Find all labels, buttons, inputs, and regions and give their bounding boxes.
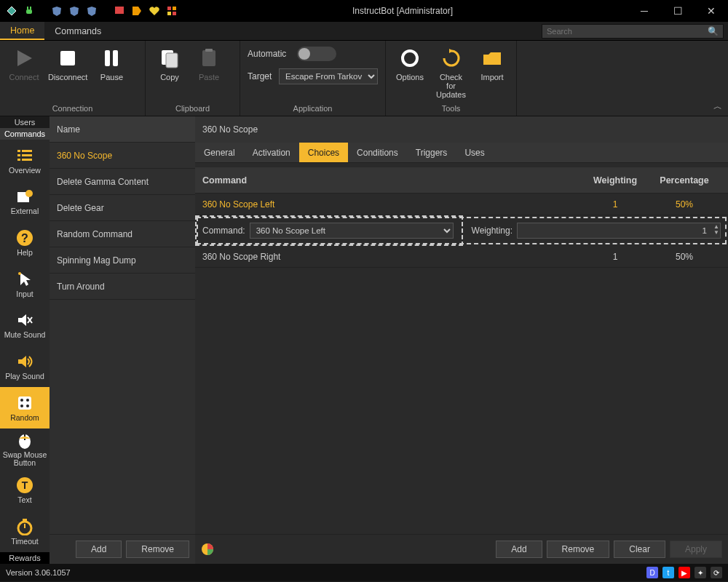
search-box[interactable]: 🔍 <box>542 24 724 39</box>
grid-row[interactable]: 360 No Scope Right 1 50% <box>195 246 728 268</box>
sidebar-category-commands[interactable]: Commands <box>0 128 50 140</box>
command-list-item[interactable]: Spinning Mag Dump <box>50 247 195 274</box>
cell-command: 360 No Scope Left <box>202 199 582 210</box>
svg-point-40 <box>20 404 23 407</box>
automatic-toggle[interactable] <box>297 47 336 61</box>
cmdlist-remove-button[interactable]: Remove <box>126 541 189 558</box>
minimize-button[interactable]: ─ <box>628 0 661 22</box>
cmdlist-add-button[interactable]: Add <box>76 541 122 558</box>
paste-icon <box>197 47 221 70</box>
copy-button[interactable]: Copy <box>150 44 189 84</box>
editor-weight-spinner[interactable]: ▲▼ <box>517 223 721 239</box>
svg-rect-23 <box>17 154 20 156</box>
spacer <box>103 5 108 17</box>
sidebar-item-mutesound[interactable]: Mute Sound <box>0 305 50 346</box>
disconnect-button[interactable]: Disconnect <box>44 44 92 84</box>
command-list-header: Name <box>50 116 195 143</box>
collapse-ribbon-button[interactable]: ︿ <box>713 100 722 113</box>
plug-icon[interactable] <box>23 5 35 17</box>
sidebar-label: External <box>11 207 39 216</box>
sidebar-item-overview[interactable]: Overview <box>0 140 50 181</box>
cell-pct: 50% <box>648 252 721 262</box>
detail-clear-button[interactable]: Clear <box>614 541 665 558</box>
list-icon <box>15 146 34 165</box>
editor-weight-input[interactable] <box>517 223 721 239</box>
pie-chart-icon[interactable] <box>201 543 214 556</box>
ribbon-group-connection: Connect Disconnect Pause Connection <box>0 41 146 116</box>
sidebar-item-help[interactable]: ? Help <box>0 222 50 263</box>
sidebar-item-playsound[interactable]: Play Sound <box>0 346 50 388</box>
heart-icon[interactable] <box>149 5 160 17</box>
detail-tab-triggers[interactable]: Triggers <box>407 143 456 162</box>
connect-button[interactable]: Connect <box>4 44 44 84</box>
command-list-item[interactable]: Delete Gamma Content <box>50 169 195 195</box>
sidebar-label: Help <box>17 249 33 258</box>
menu-tab-home[interactable]: Home <box>0 22 44 40</box>
import-button[interactable]: Import <box>472 44 512 84</box>
command-list-item[interactable]: Delete Gear <box>50 195 195 221</box>
detail-tab-general[interactable]: General <box>195 143 244 162</box>
editor-row: Command: 360 No Scope Left Weighting: ▲▼ <box>197 217 727 244</box>
paste-button[interactable]: Paste <box>189 44 229 84</box>
menu-tab-commands[interactable]: Commands <box>44 22 111 40</box>
discord-icon[interactable]: D <box>646 567 658 578</box>
svg-point-38 <box>20 399 23 402</box>
detail-title: 360 No Scope <box>195 116 728 143</box>
sidebar-category-rewards[interactable]: Rewards <box>0 552 50 564</box>
sidebar-item-timeout[interactable]: Timeout <box>0 511 50 552</box>
svg-rect-15 <box>166 53 178 68</box>
shield-icon[interactable] <box>51 5 63 17</box>
sidebar-item-external[interactable]: External <box>0 181 50 223</box>
svg-rect-22 <box>22 150 32 152</box>
detail-panel: 360 No Scope General Activation Choices … <box>195 116 728 564</box>
detail-apply-button[interactable]: Apply <box>670 541 722 558</box>
detail-remove-button[interactable]: Remove <box>547 541 610 558</box>
sidebar-label: Play Sound <box>5 372 44 381</box>
shield-icon[interactable] <box>68 5 80 17</box>
svg-rect-21 <box>17 150 20 152</box>
twitter-icon[interactable]: t <box>662 567 674 578</box>
svg-marker-36 <box>18 356 26 367</box>
options-button[interactable]: Options <box>390 44 430 84</box>
sidebar-item-input[interactable]: Input <box>0 263 50 305</box>
search-input[interactable] <box>547 27 708 36</box>
flag-icon[interactable] <box>114 5 125 17</box>
pause-label: Pause <box>100 73 123 81</box>
target-select[interactable]: Escape From Tarkov <box>279 68 378 84</box>
window-controls: ─ ☐ ✕ <box>628 0 728 22</box>
sidebar-item-random[interactable]: Random <box>0 387 50 428</box>
col-command: Command <box>202 175 247 186</box>
youtube-icon[interactable]: ▶ <box>678 567 690 578</box>
check-updates-button[interactable]: Check for Updates <box>430 44 472 102</box>
detail-tab-activation[interactable]: Activation <box>244 143 299 162</box>
command-list-item[interactable]: Turn Around <box>50 274 195 300</box>
sidebar-item-swapmouse[interactable]: Swap Mouse Button <box>0 428 50 470</box>
command-list-item[interactable]: 360 No Scope <box>50 143 195 169</box>
shield-icon[interactable] <box>86 5 98 17</box>
svg-point-41 <box>26 404 29 407</box>
detail-tab-choices[interactable]: Choices <box>299 143 348 162</box>
spin-down-icon[interactable]: ▼ <box>713 230 719 236</box>
svg-rect-16 <box>202 50 215 66</box>
pause-button[interactable]: Pause <box>92 44 131 84</box>
sidebar-label: Input <box>16 290 33 299</box>
grid-row[interactable]: 360 No Scope Left 1 50% <box>195 194 728 215</box>
tag-icon[interactable] <box>131 5 143 17</box>
sidebar-label: Overview <box>9 167 41 175</box>
editor-command-select[interactable]: 360 No Scope Left <box>250 223 454 239</box>
maximize-button[interactable]: ☐ <box>661 0 695 22</box>
sidebar-item-text[interactable]: T Text <box>0 470 50 511</box>
detail-add-button[interactable]: Add <box>496 541 542 558</box>
command-list-item[interactable]: Random Command <box>50 221 195 247</box>
ribbon-caption: Tools <box>390 103 512 116</box>
detail-tab-uses[interactable]: Uses <box>456 143 493 162</box>
close-button[interactable]: ✕ <box>695 0 728 22</box>
ribbon: Connect Disconnect Pause Connection Copy… <box>0 41 728 116</box>
grid-icon[interactable] <box>166 5 178 17</box>
search-icon[interactable]: 🔍 <box>708 26 719 36</box>
misc-icon[interactable]: ✦ <box>695 567 706 578</box>
misc-icon[interactable]: ⟳ <box>711 567 722 578</box>
svg-marker-20 <box>449 49 454 53</box>
sidebar-category-users[interactable]: Users <box>0 116 50 128</box>
detail-tab-conditions[interactable]: Conditions <box>348 143 407 162</box>
